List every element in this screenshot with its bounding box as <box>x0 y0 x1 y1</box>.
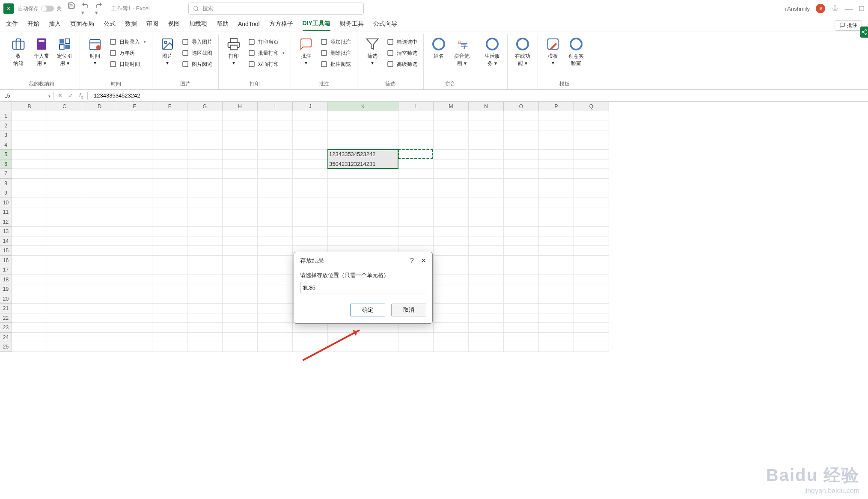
cell[interactable] <box>434 121 469 131</box>
ribbon-button[interactable]: 打印 ▾ <box>223 35 244 68</box>
cell[interactable] <box>187 130 223 140</box>
ribbon-small-button[interactable]: 日期时间 <box>107 59 148 69</box>
cell[interactable] <box>398 179 434 189</box>
column-header[interactable]: I <box>258 102 293 111</box>
ribbon-small-button[interactable]: 删除批注 <box>318 48 353 58</box>
cell[interactable] <box>152 140 187 150</box>
cell[interactable] <box>12 294 47 304</box>
cell[interactable] <box>187 304 223 313</box>
ribbon-small-button[interactable]: 筛选选中 <box>385 37 419 47</box>
cell[interactable] <box>12 265 47 275</box>
cell[interactable] <box>469 284 504 294</box>
cell[interactable] <box>504 121 539 131</box>
cell[interactable] <box>47 304 82 313</box>
cell[interactable] <box>574 198 609 208</box>
cell[interactable] <box>82 236 117 246</box>
cell[interactable] <box>82 333 117 343</box>
cell[interactable] <box>469 169 504 179</box>
toggle-switch-icon[interactable] <box>41 6 54 12</box>
cell[interactable] <box>469 333 504 343</box>
cell[interactable] <box>398 217 434 227</box>
cell[interactable] <box>223 207 258 217</box>
cell[interactable] <box>258 313 293 323</box>
cell[interactable] <box>434 217 469 227</box>
cell[interactable] <box>187 246 223 256</box>
cell[interactable] <box>504 111 539 121</box>
cell[interactable] <box>47 188 82 198</box>
cell[interactable] <box>258 323 293 333</box>
cell[interactable] <box>223 284 258 294</box>
cell[interactable] <box>47 121 82 131</box>
row-header[interactable]: 22 <box>0 313 12 323</box>
cell[interactable] <box>574 217 609 227</box>
cell[interactable] <box>328 179 398 189</box>
cell[interactable] <box>82 150 117 159</box>
cell[interactable] <box>504 227 539 236</box>
cell[interactable] <box>187 313 223 323</box>
column-header[interactable]: H <box>223 102 258 111</box>
cell[interactable] <box>187 198 223 208</box>
cell[interactable] <box>574 236 609 246</box>
column-header[interactable]: J <box>293 102 328 111</box>
cell[interactable]: 123433534523242 <box>328 150 398 159</box>
cell[interactable] <box>12 140 47 150</box>
cell[interactable] <box>258 236 293 246</box>
cell[interactable] <box>539 150 574 159</box>
cell[interactable] <box>434 246 469 256</box>
cell[interactable] <box>539 111 574 121</box>
column-header[interactable]: Q <box>574 102 609 111</box>
cell[interactable] <box>223 304 258 313</box>
cell[interactable] <box>539 140 574 150</box>
tab-finance[interactable]: 财务工具 <box>340 20 364 30</box>
cell[interactable] <box>47 179 82 189</box>
cell[interactable] <box>434 111 469 121</box>
mic-icon[interactable] <box>831 5 839 12</box>
avatar[interactable]: IA <box>816 4 825 13</box>
tab-insert[interactable]: 插入 <box>49 20 61 30</box>
cell[interactable] <box>504 246 539 256</box>
cell[interactable] <box>117 313 152 323</box>
cell[interactable] <box>434 323 469 333</box>
ribbon-small-button[interactable]: 批量打印 <box>246 48 286 58</box>
cell[interactable] <box>117 207 152 217</box>
cell[interactable] <box>12 121 47 131</box>
cell[interactable] <box>293 140 328 150</box>
cell[interactable] <box>223 246 258 256</box>
cell[interactable] <box>469 217 504 227</box>
cell[interactable] <box>152 304 187 313</box>
cell[interactable] <box>47 246 82 256</box>
cell[interactable] <box>152 130 187 140</box>
cell[interactable] <box>469 207 504 217</box>
cell[interactable] <box>504 304 539 313</box>
cell[interactable] <box>12 159 47 169</box>
cell[interactable] <box>504 236 539 246</box>
cell[interactable] <box>434 294 469 304</box>
cell[interactable] <box>82 323 117 333</box>
cell[interactable] <box>258 265 293 275</box>
column-header[interactable]: E <box>117 102 152 111</box>
cell[interactable]: 350423123214231 <box>328 159 398 169</box>
cell[interactable] <box>574 323 609 333</box>
cell[interactable] <box>258 179 293 189</box>
cell[interactable] <box>258 130 293 140</box>
ribbon-button[interactable]: 筛选 ▾ <box>362 35 383 68</box>
cell[interactable] <box>469 313 504 323</box>
cell[interactable] <box>82 130 117 140</box>
cell[interactable] <box>117 246 152 256</box>
cell[interactable] <box>117 159 152 169</box>
cell[interactable] <box>223 130 258 140</box>
cell[interactable] <box>293 236 328 246</box>
cell[interactable] <box>117 150 152 159</box>
row-header[interactable]: 7 <box>0 169 12 179</box>
cell[interactable] <box>187 121 223 131</box>
cell[interactable] <box>539 179 574 189</box>
cell[interactable] <box>328 140 398 150</box>
cell[interactable] <box>258 188 293 198</box>
cell[interactable] <box>187 333 223 343</box>
column-header[interactable]: L <box>398 102 434 111</box>
row-header[interactable]: 12 <box>0 217 12 227</box>
cell[interactable] <box>47 342 82 352</box>
cell[interactable] <box>12 323 47 333</box>
cell[interactable] <box>504 159 539 169</box>
cell[interactable] <box>574 246 609 256</box>
